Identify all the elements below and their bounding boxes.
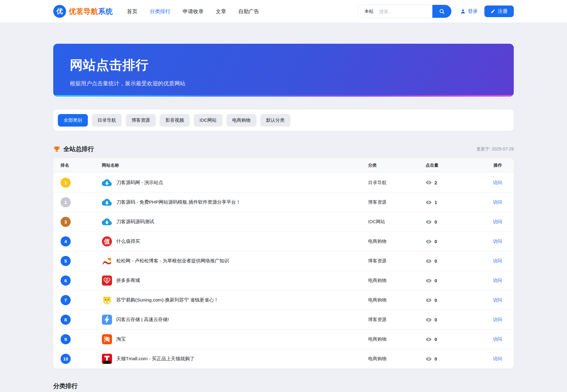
login-label: 登录: [468, 8, 478, 15]
hero-banner: 网站点击排行 根据用户点击量统计，展示最受欢迎的优质网站: [53, 44, 514, 97]
click-count: 0: [435, 258, 437, 264]
site-icon-glyph: 值: [102, 236, 112, 246]
visit-link[interactable]: 访问: [493, 336, 502, 342]
user-icon: [460, 9, 466, 14]
eye-icon: [426, 317, 432, 323]
visit-link[interactable]: 访问: [493, 239, 502, 244]
ranking-table-body: 1刀客源码网 - 演示站点目录导航2访问2刀客源码 - 免费PHP网站源码模板,…: [53, 173, 514, 368]
column-header-action: 操作: [488, 163, 506, 168]
visit-link[interactable]: 访问: [493, 258, 502, 263]
site-logo[interactable]: 优 优茗导航系统: [53, 5, 113, 18]
ranking-section-head: 全站总排行 更新于: 2025-07-29: [53, 145, 514, 153]
eye-icon: [426, 278, 432, 284]
rank-badge: 2: [61, 197, 71, 207]
ranking-title-text: 全站总排行: [63, 145, 94, 153]
register-button[interactable]: 注册: [484, 6, 514, 17]
rank-badge: 7: [61, 295, 71, 305]
site-category: 博客资源: [368, 258, 426, 264]
nav-item-2[interactable]: 分类排行: [150, 8, 170, 15]
site-category: 博客资源: [368, 317, 426, 323]
site-icon-glyph: 淘: [102, 334, 112, 344]
filter-pill-4[interactable]: 影音视频: [160, 114, 190, 127]
click-count: 0: [435, 356, 437, 361]
rank-badge: 8: [61, 315, 71, 325]
eye-icon: [426, 239, 432, 245]
nav-item-4[interactable]: 文章: [216, 8, 226, 15]
table-row: 3刀客源码源码测试IDC网站0访问: [53, 212, 514, 231]
search-scope-select[interactable]: 本站: [358, 9, 379, 14]
register-label: 注册: [498, 8, 508, 15]
nav-item-5[interactable]: 自助广告: [238, 8, 259, 15]
site-name[interactable]: 松松网 - 卢松松博客 - 为草根创业者提供网络推广知识: [116, 258, 229, 264]
click-count: 2: [435, 180, 437, 185]
visit-link[interactable]: 访问: [493, 356, 502, 361]
table-row: 1刀客源码网 - 演示站点目录导航2访问: [53, 173, 514, 192]
site-category: 电商购物: [368, 336, 426, 342]
login-button[interactable]: 登录: [460, 8, 478, 15]
site-name[interactable]: 刀客源码源码测试: [116, 219, 154, 225]
site-category: IDC网站: [368, 219, 426, 225]
table-row: 8闪客云存储 | 高速云存储!博客资源0访问: [53, 310, 514, 329]
visit-link[interactable]: 访问: [493, 199, 502, 205]
rank-badge: 4: [61, 236, 71, 246]
site-category: 博客资源: [368, 199, 426, 205]
site-category: 电商购物: [368, 297, 426, 303]
site-name[interactable]: 苏宁易购(Suning.com)-换新到苏宁 省钱更省心！: [116, 297, 218, 303]
visit-link[interactable]: 访问: [493, 317, 502, 322]
ranking-section-title: 全站总排行: [53, 145, 94, 153]
site-icon-squirrel: [102, 256, 112, 266]
click-count: 0: [435, 278, 437, 283]
table-row: 4值什么值得买电商购物0访问: [53, 231, 514, 251]
site-category: 电商购物: [368, 356, 426, 362]
filter-pill-2[interactable]: 目录导航: [92, 114, 122, 127]
site-icon-bolt: [102, 315, 112, 325]
site-icon-pdd-heart: [102, 276, 112, 286]
table-row: 5松松网 - 卢松松博客 - 为草根创业者提供网络推广知识博客资源0访问: [53, 251, 514, 271]
filter-pill-6[interactable]: 电商购物: [226, 114, 256, 127]
updated-timestamp: 更新于: 2025-07-29: [477, 146, 514, 152]
nav-item-1[interactable]: 首页: [127, 8, 137, 15]
rank-badge: 5: [61, 256, 71, 266]
table-row: 6拼多多商城电商购物0访问: [53, 271, 514, 290]
site-name[interactable]: 天猫Tmall.com - 买正品上天猫就购了: [116, 356, 195, 362]
visit-link[interactable]: 访问: [493, 180, 502, 185]
search-icon: [439, 8, 445, 14]
site-name[interactable]: 拼多多商城: [116, 277, 140, 284]
rank-badge: 3: [61, 217, 71, 227]
ranking-table: 排名 网站名称 分类 点击量 操作 1刀客源码网 - 演示站点目录导航2访问2刀…: [53, 158, 514, 368]
filter-pill-1[interactable]: 全部类别: [58, 114, 88, 127]
search-bar: 本站: [357, 5, 452, 18]
rank-badge: 10: [61, 354, 71, 364]
page-title: 网站点击排行: [70, 57, 497, 74]
visit-link[interactable]: 访问: [493, 278, 502, 283]
filter-pill-7[interactable]: 默认分类: [260, 114, 290, 127]
site-icon-lion: [102, 295, 112, 305]
eye-icon: [426, 179, 432, 186]
search-button[interactable]: [432, 5, 451, 18]
visit-link[interactable]: 访问: [493, 297, 502, 302]
click-count: 0: [435, 317, 437, 322]
visit-link[interactable]: 访问: [493, 219, 502, 224]
site-category: 电商购物: [368, 239, 426, 244]
filter-pill-5[interactable]: IDC网站: [194, 114, 222, 127]
site-name[interactable]: 闪客云存储 | 高速云存储!: [116, 316, 169, 323]
site-name[interactable]: 刀客源码网 - 演示站点: [116, 179, 163, 186]
filter-pill-3[interactable]: 博客资源: [126, 114, 156, 127]
eye-icon: [426, 258, 432, 264]
nav-item-3[interactable]: 申请收录: [183, 8, 203, 15]
site-name[interactable]: 淘宝: [116, 336, 126, 342]
site-icon-cloud-download: [102, 217, 112, 227]
site-category: 电商购物: [368, 278, 426, 283]
click-count: 0: [435, 239, 437, 244]
table-row: 10天猫Tmall.com - 买正品上天猫就购了电商购物0访问: [53, 349, 514, 368]
eye-icon: [426, 297, 432, 303]
site-name[interactable]: 什么值得买: [116, 238, 140, 245]
table-row: 7苏宁易购(Suning.com)-换新到苏宁 省钱更省心！电商购物0访问: [53, 290, 514, 310]
site-name[interactable]: 刀客源码 - 免费PHP网站源码模板,插件软件资源分享平台！: [116, 199, 241, 205]
click-count: 1: [435, 200, 437, 205]
logo-icon: 优: [53, 5, 66, 18]
search-input[interactable]: [379, 9, 432, 14]
trophy-icon: [53, 146, 60, 153]
page-subtitle: 根据用户点击量统计，展示最受欢迎的优质网站: [70, 80, 497, 87]
rank-badge: 9: [61, 334, 71, 344]
